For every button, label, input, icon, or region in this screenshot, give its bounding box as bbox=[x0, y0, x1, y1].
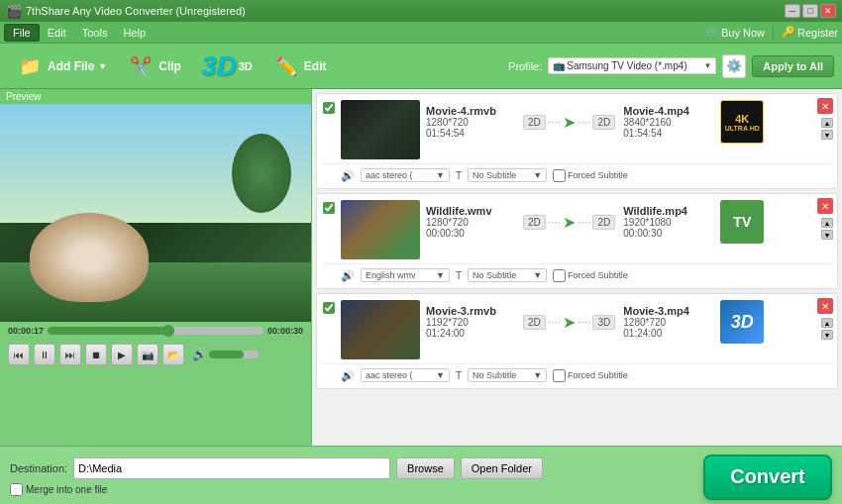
volume-icon[interactable]: 🔊 bbox=[192, 348, 207, 361]
forced-cb-3[interactable] bbox=[553, 369, 566, 382]
file-details-out-3: Movie-3.mp4 1280*720 01:24:00 bbox=[623, 305, 712, 339]
menu-help[interactable]: Help bbox=[115, 25, 154, 41]
volume-fill bbox=[209, 351, 244, 358]
play-button[interactable]: ▶ bbox=[111, 344, 133, 365]
subtitle-select-2[interactable]: No Subtitle ▼ bbox=[468, 268, 547, 282]
merge-area[interactable]: Merge into one file bbox=[10, 483, 695, 496]
convert-button[interactable]: Convert bbox=[703, 454, 832, 500]
volume-area[interactable]: 🔊 bbox=[192, 348, 259, 361]
pause-button[interactable]: ⏸ bbox=[34, 344, 55, 365]
audio-select-2[interactable]: English wmv ▼ bbox=[361, 268, 450, 282]
file-details-out-1: Movie-4.mp4 3840*2160 01:54:54 bbox=[623, 105, 712, 139]
profile-dropdown-icon[interactable]: ▼ bbox=[703, 61, 711, 70]
3d-button[interactable]: 3D 3D bbox=[193, 47, 261, 86]
volume-bar[interactable] bbox=[209, 351, 259, 358]
buy-now-button[interactable]: 🛒 Buy Now bbox=[705, 26, 765, 39]
file-info-3: Movie-3.rmvb 1192*720 01:24:00 2D ···· ➤… bbox=[426, 300, 831, 344]
forced-subtitle-2[interactable]: Forced Subtitle bbox=[553, 269, 628, 282]
scroll-btns-2[interactable]: ▲ ▼ bbox=[821, 218, 833, 240]
audio-select-3[interactable]: aac stereo ( ▼ bbox=[361, 368, 450, 382]
subtitle-dropdown-1[interactable]: ▼ bbox=[533, 170, 542, 180]
file-details-in-2: Wildlife.wmv 1280*720 00:00:30 bbox=[426, 205, 515, 239]
file-item-top: Movie-4.rmvb 1280*720 01:54:54 2D ···· ➤… bbox=[323, 100, 831, 159]
quality-badge-tv: TV bbox=[720, 200, 764, 244]
forced-cb-1[interactable] bbox=[553, 169, 566, 182]
audio-icon-2: 🔊 bbox=[341, 269, 355, 282]
settings-button[interactable]: ⚙️ bbox=[722, 54, 746, 78]
merge-checkbox[interactable] bbox=[10, 483, 23, 496]
scroll-down-3[interactable]: ▼ bbox=[821, 330, 833, 340]
maximize-button[interactable]: □ bbox=[802, 4, 818, 18]
menu-tools[interactable]: Tools bbox=[74, 25, 116, 41]
title-bar: 🎬 7thShare Any Video Converter (Unregist… bbox=[0, 0, 842, 22]
scroll-down-1[interactable]: ▼ bbox=[821, 130, 833, 140]
menu-file[interactable]: File bbox=[4, 24, 40, 42]
scroll-up-1[interactable]: ▲ bbox=[821, 118, 833, 128]
register-button[interactable]: 🔑 Register bbox=[782, 26, 838, 39]
browse-button[interactable]: Browse bbox=[396, 457, 455, 479]
scroll-down-2[interactable]: ▼ bbox=[821, 230, 833, 240]
subtitle-dropdown-2[interactable]: ▼ bbox=[533, 270, 542, 280]
badge-2d-out-1: 2D bbox=[592, 115, 615, 130]
subtitle-select-3[interactable]: No Subtitle ▼ bbox=[468, 368, 547, 382]
forced-subtitle-3[interactable]: Forced Subtitle bbox=[553, 369, 628, 382]
preview-progress-bar[interactable]: 00:00:17 00:00:30 bbox=[0, 322, 311, 340]
screenshot-button[interactable]: 📷 bbox=[137, 344, 158, 365]
remove-file-2[interactable]: ✕ bbox=[817, 198, 833, 214]
destination-row: Destination: Browse Open Folder bbox=[10, 457, 695, 479]
progress-thumb[interactable] bbox=[162, 325, 174, 337]
open-folder-button[interactable]: Open Folder bbox=[461, 457, 543, 479]
audio-dropdown-1[interactable]: ▼ bbox=[436, 170, 445, 180]
dest-input[interactable] bbox=[73, 457, 390, 479]
bottom-inner: Destination: Browse Open Folder Merge in… bbox=[10, 457, 695, 496]
file-item-3: Movie-3.rmvb 1192*720 01:24:00 2D ···· ➤… bbox=[316, 293, 838, 389]
badge-2d-in-1: 2D bbox=[523, 115, 546, 130]
toolbar: 📁 Add File ▼ ✂️ Clip 3D 3D ✏️ Edit Profi… bbox=[0, 44, 842, 89]
file-name-out-1: Movie-4.mp4 bbox=[623, 105, 712, 117]
edit-button[interactable]: ✏️ Edit bbox=[264, 49, 335, 84]
preview-panel: Preview 00:00:17 00:00:30 ⏮ ⏸ ⏭ ⏹ ▶ bbox=[0, 89, 312, 446]
file-dur-out-3: 01:24:00 bbox=[623, 328, 712, 339]
file-thumb-1 bbox=[341, 100, 420, 159]
apply-all-button[interactable]: Apply to All bbox=[752, 55, 834, 77]
fast-forward-button[interactable]: ⏭ bbox=[59, 344, 81, 365]
audio-dropdown-3[interactable]: ▼ bbox=[436, 370, 445, 380]
scroll-up-2[interactable]: ▲ bbox=[821, 218, 833, 228]
profile-select[interactable]: 📺 Samsung TV Video (*.mp4) ▼ bbox=[548, 57, 716, 74]
remove-file-1[interactable]: ✕ bbox=[817, 98, 833, 114]
minimize-button[interactable]: ─ bbox=[785, 4, 800, 18]
forced-cb-2[interactable] bbox=[553, 269, 566, 282]
thumb-image-2 bbox=[341, 200, 420, 259]
window-controls[interactable]: ─ □ ✕ bbox=[785, 4, 836, 18]
scroll-btns-1[interactable]: ▲ ▼ bbox=[821, 118, 833, 140]
file-dur-in-2: 00:00:30 bbox=[426, 228, 515, 239]
file-item: Movie-4.rmvb 1280*720 01:54:54 2D ···· ➤… bbox=[316, 93, 838, 189]
remove-file-3[interactable]: ✕ bbox=[817, 298, 833, 314]
add-file-button[interactable]: 📁 Add File ▼ bbox=[8, 49, 115, 84]
subtitle-select-1[interactable]: No Subtitle ▼ bbox=[468, 168, 547, 182]
subtitle-dropdown-3[interactable]: ▼ bbox=[533, 370, 542, 380]
file-details-in-3: Movie-3.rmvb 1192*720 01:24:00 bbox=[426, 305, 515, 339]
forced-subtitle-1[interactable]: Forced Subtitle bbox=[553, 169, 628, 182]
menu-edit[interactable]: Edit bbox=[40, 25, 74, 41]
stop-button[interactable]: ⏹ bbox=[85, 344, 107, 365]
file-checkbox-2[interactable] bbox=[323, 202, 335, 214]
rewind-button[interactable]: ⏮ bbox=[8, 344, 30, 365]
close-button[interactable]: ✕ bbox=[820, 4, 836, 18]
file-info-1: Movie-4.rmvb 1280*720 01:54:54 2D ···· ➤… bbox=[426, 100, 831, 144]
file-res-out-1: 3840*2160 bbox=[623, 117, 712, 128]
file-checkbox-1[interactable] bbox=[323, 102, 335, 114]
audio-select-1[interactable]: aac stereo ( ▼ bbox=[361, 168, 450, 182]
folder-button[interactable]: 📂 bbox=[162, 344, 184, 365]
arrow-icon-1: ➤ bbox=[563, 113, 576, 132]
scroll-up-3[interactable]: ▲ bbox=[821, 318, 833, 328]
audio-dropdown-2[interactable]: ▼ bbox=[436, 270, 445, 280]
clip-button[interactable]: ✂️ Clip bbox=[119, 49, 189, 84]
subtitle-icon-3: T bbox=[456, 370, 462, 381]
arrow-icon-3: ➤ bbox=[563, 313, 576, 332]
main-content: Preview 00:00:17 00:00:30 ⏮ ⏸ ⏭ ⏹ ▶ bbox=[0, 89, 842, 446]
scroll-btns-3[interactable]: ▲ ▼ bbox=[821, 318, 833, 340]
progress-bar[interactable] bbox=[48, 327, 263, 335]
file-checkbox-3[interactable] bbox=[323, 302, 335, 314]
add-file-dropdown-icon[interactable]: ▼ bbox=[98, 61, 107, 71]
